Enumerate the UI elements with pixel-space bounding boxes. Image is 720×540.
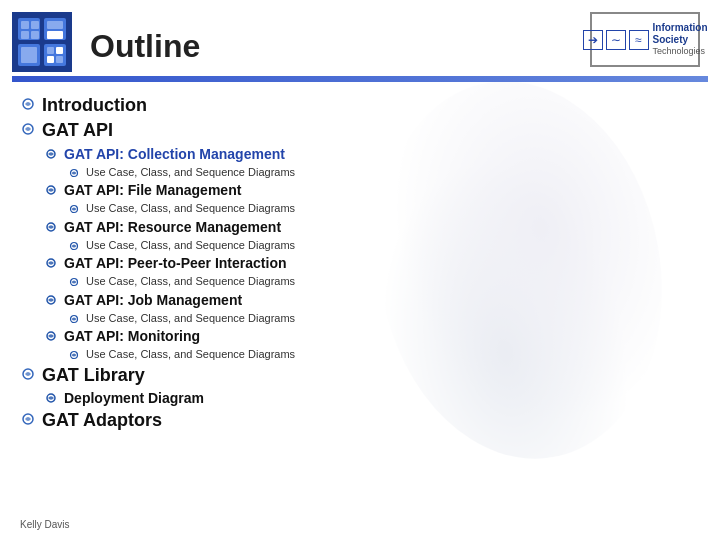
svg-rect-9: [31, 31, 39, 39]
bullet-l3-icon: [68, 313, 80, 325]
ist-logo: ➔ ∼ ≈ Information Society Technologies: [590, 12, 700, 67]
svg-rect-5: [40, 16, 44, 68]
ist-icon-2: ∼: [606, 30, 626, 50]
bullet-l3-icon: [68, 167, 80, 179]
bullet-l2-icon: [44, 147, 58, 161]
bullet-l3-icon: [68, 240, 80, 252]
item-text: Introduction: [42, 94, 147, 117]
item-text: Use Case, Class, and Sequence Diagrams: [86, 165, 295, 179]
list-item: Use Case, Class, and Sequence Diagrams: [20, 238, 700, 252]
bullet-l2-icon: [44, 293, 58, 307]
list-item: GAT API: Monitoring: [20, 327, 700, 345]
bullet-l2-icon: [44, 329, 58, 343]
svg-rect-15: [47, 56, 54, 63]
logo-area: Outline: [12, 12, 200, 72]
list-item: GAT API: Resource Management: [20, 218, 700, 236]
svg-rect-16: [56, 56, 63, 63]
footer: Kelly Davis: [20, 519, 69, 530]
item-text: GAT API: Collection Management: [64, 145, 285, 163]
svg-rect-8: [21, 31, 29, 39]
item-text: GAT API: Resource Management: [64, 218, 281, 236]
bullet-l1-icon: [20, 96, 36, 112]
item-text: GAT Adaptors: [42, 409, 162, 432]
bullet-l2-icon: [44, 220, 58, 234]
item-text: Use Case, Class, and Sequence Diagrams: [86, 201, 295, 215]
bullet-l1-icon: [20, 121, 36, 137]
svg-rect-14: [56, 47, 63, 54]
footer-text: Kelly Davis: [20, 519, 69, 530]
list-item: Deployment Diagram: [20, 389, 700, 407]
item-text: Use Case, Class, and Sequence Diagrams: [86, 238, 295, 252]
item-text: Use Case, Class, and Sequence Diagrams: [86, 311, 295, 325]
bullet-l2-icon: [44, 256, 58, 270]
item-text: GAT API: Peer-to-Peer Interaction: [64, 254, 286, 272]
svg-rect-10: [47, 21, 63, 29]
list-item: Use Case, Class, and Sequence Diagrams: [20, 311, 700, 325]
ist-icons: ➔ ∼ ≈: [583, 30, 649, 50]
bullet-l3-icon: [68, 349, 80, 361]
item-text: Use Case, Class, and Sequence Diagrams: [86, 347, 295, 361]
list-item: Use Case, Class, and Sequence Diagrams: [20, 274, 700, 288]
header: Outline ➔ ∼ ≈ Information Society Techno…: [0, 0, 720, 72]
svg-rect-11: [47, 31, 63, 39]
bullet-l1-icon: [20, 411, 36, 427]
ist-logo-box: ➔ ∼ ≈ Information Society Technologies: [590, 12, 700, 67]
ist-name-line1: Information Society: [653, 22, 708, 46]
svg-rect-13: [47, 47, 54, 54]
list-item: GAT Adaptors: [20, 409, 700, 432]
item-text: GAT Library: [42, 364, 145, 387]
list-item: Use Case, Class, and Sequence Diagrams: [20, 165, 700, 179]
gridlab-logo: [12, 12, 72, 72]
list-item: Use Case, Class, and Sequence Diagrams: [20, 201, 700, 215]
ist-name-line2: Technologies: [653, 46, 706, 57]
list-item: GAT API: Peer-to-Peer Interaction: [20, 254, 700, 272]
main-content: Introduction GAT API GAT API: Collection…: [0, 82, 720, 443]
list-item: GAT API: Job Management: [20, 291, 700, 309]
page-title: Outline: [82, 20, 200, 65]
list-item: GAT Library: [20, 364, 700, 387]
bullet-l3-icon: [68, 276, 80, 288]
item-text: GAT API: Job Management: [64, 291, 242, 309]
bullet-l2-icon: [44, 183, 58, 197]
ist-icon-1: ➔: [583, 30, 603, 50]
ist-name: Information Society Technologies: [653, 22, 708, 57]
outline-list: Introduction GAT API GAT API: Collection…: [20, 94, 700, 433]
item-text: Use Case, Class, and Sequence Diagrams: [86, 274, 295, 288]
item-text: GAT API: Monitoring: [64, 327, 200, 345]
item-text: GAT API: [42, 119, 113, 142]
bullet-l2-icon: [44, 391, 58, 405]
list-item: Introduction: [20, 94, 700, 117]
bullet-l1-icon: [20, 366, 36, 382]
ist-icon-3: ≈: [629, 30, 649, 50]
item-text: GAT API: File Management: [64, 181, 241, 199]
svg-rect-7: [31, 21, 39, 29]
list-item: Use Case, Class, and Sequence Diagrams: [20, 347, 700, 361]
item-text: Deployment Diagram: [64, 389, 204, 407]
list-item: GAT API: File Management: [20, 181, 700, 199]
bullet-l3-icon: [68, 203, 80, 215]
list-item: GAT API: Collection Management: [20, 145, 700, 163]
svg-rect-12: [21, 47, 37, 63]
svg-rect-6: [21, 21, 29, 29]
list-item: GAT API: [20, 119, 700, 142]
